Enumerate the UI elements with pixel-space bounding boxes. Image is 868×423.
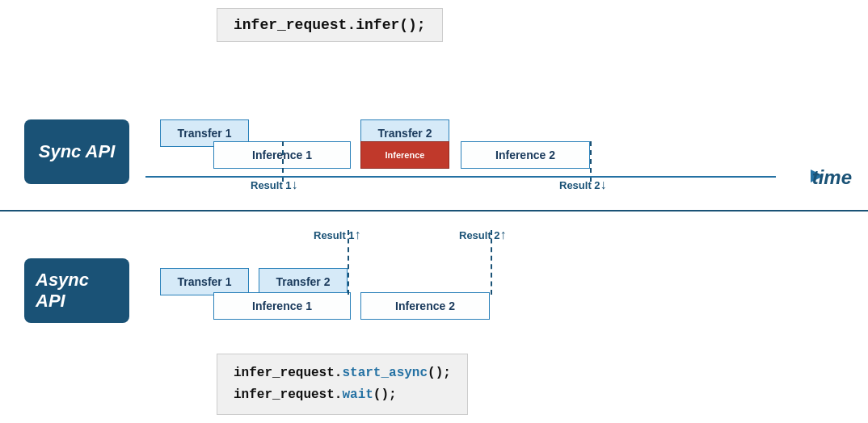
time-axis	[145, 176, 776, 178]
sync-inference2-box: Inference 2	[461, 141, 590, 169]
code-box-top: infer_request.infer();	[217, 8, 443, 42]
async-result1-label: Result 1↑	[314, 228, 361, 242]
async-result2-label: Result 2↑	[459, 228, 507, 242]
sync-api-label: Sync API	[24, 119, 129, 184]
h-divider	[0, 210, 868, 212]
code-bottom-line2: infer_request.wait();	[234, 384, 451, 406]
async-transfer1-box: Transfer 1	[160, 268, 249, 295]
async-transfer2-box: Transfer 2	[259, 268, 348, 295]
code-bottom-line1: infer_request.start_async();	[234, 362, 451, 384]
diagram-container: infer_request.infer(); Sync API Transfer…	[0, 0, 868, 423]
code-box-bottom: infer_request.start_async(); infer_reque…	[217, 354, 468, 415]
async-api-label: Async API	[24, 258, 129, 323]
sync-overlap-box: Inference	[360, 141, 449, 169]
sync-result2-label: Result 2↓	[559, 178, 607, 192]
time-label: time	[812, 166, 852, 189]
async-inference1-box: Inference 1	[213, 292, 351, 320]
sync-result1-label: Result 1↓	[251, 178, 298, 192]
async-inference2-box: Inference 2	[360, 292, 490, 320]
code-top-text: infer_request.infer();	[234, 17, 426, 33]
